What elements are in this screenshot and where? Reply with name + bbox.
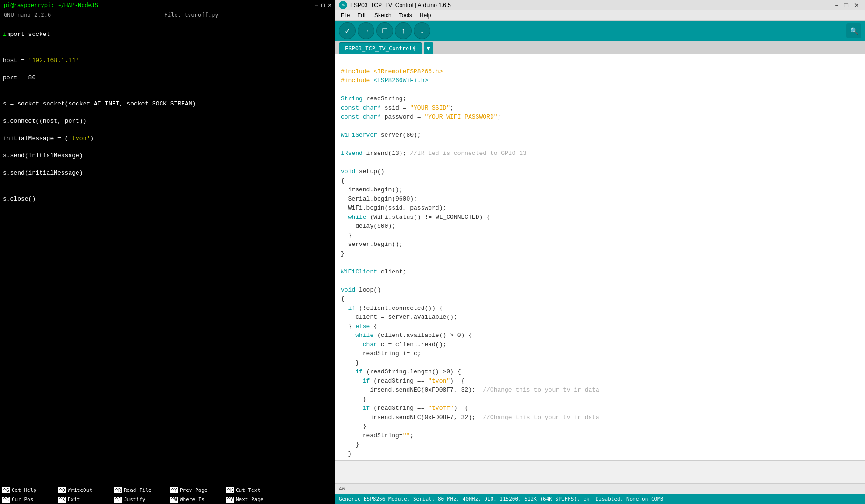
label-get-help: Get Help <box>12 487 36 493</box>
key-ctrl-j: ^J <box>114 497 122 503</box>
nano-file: File: tvonoff.py <box>164 12 218 18</box>
arduino-minimize-button[interactable]: − <box>833 1 840 9</box>
shortcut-writeout[interactable]: ^O WriteOut <box>56 485 112 495</box>
key-ctrl-v: ^V <box>226 497 234 503</box>
code-irsend-begin: irsend.begin(); <box>341 186 403 193</box>
code-line-3: host = '192.168.1.11' <box>3 56 332 65</box>
code-ssid: const char* ssid = "YOUR SSID"; <box>341 105 454 112</box>
key-ctrl-o: ^O <box>58 487 66 493</box>
code-if-tvoff: if (readString == "tvoff") { <box>341 405 468 412</box>
menu-help[interactable]: Help <box>416 11 435 20</box>
nano-version: GNU nano 2.2.6 <box>4 12 51 18</box>
code-irsend-tvon: irsend.sendNEC(0xFD08F7, 32); //Change t… <box>341 386 599 393</box>
code-setup-close: } <box>341 250 345 257</box>
code-if-length: if (readString.length() >0) { <box>341 368 461 375</box>
key-ctrl-c: ^C <box>2 497 10 503</box>
nano-top-bar: GNU nano 2.2.6 File: tvonoff.py <box>0 10 335 20</box>
status-text: Generic ESP8266 Module, Serial, 80 MHz, … <box>339 496 663 502</box>
code-brace-1: { <box>341 177 345 184</box>
code-line-9: s.send(initialMessage) <box>3 152 332 160</box>
shortcut-cur-pos[interactable]: ^C Cur Pos <box>0 495 56 504</box>
arduino-line-status: 46 <box>335 483 865 494</box>
label-cur-pos: Cur Pos <box>12 497 33 503</box>
label-cut-text: Cut Text <box>236 487 260 493</box>
code-loop-brace: { <box>341 295 345 302</box>
code-delay: delay(500); <box>341 223 395 230</box>
code-while-available: while (client.available() > 0) { <box>341 332 472 339</box>
shortcut-cut-text[interactable]: ^K Cut Text <box>224 485 280 495</box>
code-line-7: s.connect((host, port)) <box>3 117 332 126</box>
line-number-label: 46 <box>339 486 345 492</box>
tab-esp03[interactable]: ESP03_TCP_TV_Control$ <box>339 42 422 54</box>
arduino-title-left: ∞ ESP03_TCP_TV_Control | Arduino 1.6.5 <box>339 1 451 9</box>
arduino-ide-panel: ∞ ESP03_TCP_TV_Control | Arduino 1.6.5 −… <box>335 0 865 504</box>
shortcut-prev-page[interactable]: ^Y Prev Page <box>168 485 224 495</box>
label-prev-page: Prev Page <box>180 487 208 493</box>
code-password: const char* password = "YOUR WIFI PASSWO… <box>341 113 501 120</box>
key-ctrl-r: ^R <box>114 487 122 493</box>
arduino-console <box>335 460 865 483</box>
nano-editor-panel: pi@raspberrypi: ~/HAP-NodeJS − □ ✕ GNU n… <box>0 0 335 504</box>
code-server-begin: server.begin(); <box>341 241 403 248</box>
arduino-win-controls[interactable]: − □ ✕ <box>833 1 861 9</box>
menu-sketch[interactable]: Sketch <box>371 11 395 20</box>
verify-button[interactable]: ✓ <box>339 22 356 39</box>
tab-dropdown-arrow[interactable]: ▼ <box>424 42 433 54</box>
open-button[interactable]: ↑ <box>395 22 412 39</box>
arduino-tabs: ESP03_TCP_TV_Control$ ▼ <box>335 41 865 54</box>
shortcut-next-page[interactable]: ^V Next Page <box>224 495 280 504</box>
code-wifi-begin: WiFi.begin(ssid, password); <box>341 204 446 211</box>
label-exit: Exit <box>68 497 80 503</box>
code-while-wifi: while (WiFi.status() != WL_CONNECTED) { <box>341 214 490 221</box>
maximize-icon[interactable]: □ <box>321 1 325 8</box>
code-wifi-server: WiFiServer server(80); <box>341 132 421 139</box>
shortcut-justify[interactable]: ^J Justify <box>112 495 168 504</box>
new-button[interactable]: □ <box>376 22 393 39</box>
search-button[interactable]: 🔍 <box>846 23 861 38</box>
tab-esp03-label: ESP03_TCP_TV_Control$ <box>345 45 416 52</box>
shortcut-exit[interactable]: ^X Exit <box>56 495 112 504</box>
nano-bottom-area: ^G Get Help ^O WriteOut ^R Read File ^Y … <box>0 483 335 504</box>
shortcut-where-is[interactable]: ^W Where Is <box>168 495 224 504</box>
code-else-close: } <box>341 450 352 457</box>
code-line-10: s.send(initialMessage) <box>3 169 332 177</box>
nano-code-area[interactable]: import socket host = '192.168.1.11' port… <box>0 20 335 483</box>
label-justify: Justify <box>124 497 145 503</box>
minimize-icon[interactable]: − <box>315 1 319 8</box>
code-while-close: } <box>341 232 352 239</box>
menu-edit[interactable]: Edit <box>353 11 371 20</box>
arduino-title-text: ESP03_TCP_TV_Control | Arduino 1.6.5 <box>350 2 451 8</box>
code-line-8: initialMessage = ('tvon') <box>3 134 332 143</box>
label-where-is: Where Is <box>180 497 204 503</box>
menu-tools[interactable]: Tools <box>395 11 416 20</box>
code-if-tvon: if (readString == "tvon") { <box>341 378 464 385</box>
arduino-toolbar: ✓ → □ ↑ ↓ 🔍 <box>335 21 865 41</box>
close-icon[interactable]: ✕ <box>328 1 331 8</box>
code-readstring-append: readString += c; <box>341 350 421 357</box>
arduino-code-area[interactable]: #include <IRremoteESP8266.h> #include <E… <box>335 54 865 460</box>
nano-window-controls[interactable]: − □ ✕ <box>315 1 331 8</box>
code-client-available: client = server.available(); <box>341 314 457 321</box>
label-next-page: Next Page <box>236 497 264 503</box>
key-ctrl-x: ^X <box>58 497 66 503</box>
nano-titlebar: pi@raspberrypi: ~/HAP-NodeJS − □ ✕ <box>0 0 335 10</box>
arduino-maximize-button[interactable]: □ <box>843 1 850 9</box>
upload-button[interactable]: → <box>358 22 374 39</box>
code-if-not-connected: if (!client.connected()) { <box>341 305 443 312</box>
arduino-close-button[interactable]: ✕ <box>852 1 861 9</box>
code-line-12: s.close() <box>3 195 332 203</box>
code-void-loop: void loop() <box>341 287 381 294</box>
save-button[interactable]: ↓ <box>414 22 430 39</box>
code-line-6: s = socket.socket(socket.AF_INET, socket… <box>3 100 332 108</box>
code-include-2: #include <ESP8266WiFi.h> <box>341 77 428 84</box>
nano-shortcuts: ^G Get Help ^O WriteOut ^R Read File ^Y … <box>0 485 335 504</box>
code-tvoff-close: } <box>341 423 366 430</box>
code-void-setup: void setup() <box>341 168 385 175</box>
code-line-4: port = 80 <box>3 74 332 82</box>
shortcut-get-help[interactable]: ^G Get Help <box>0 485 56 495</box>
menu-file[interactable]: File <box>337 11 353 20</box>
code-else: } else { <box>341 323 377 330</box>
shortcut-read-file[interactable]: ^R Read File <box>112 485 168 495</box>
code-line-1: import socket <box>3 30 332 39</box>
code-if-close: } <box>341 441 359 448</box>
